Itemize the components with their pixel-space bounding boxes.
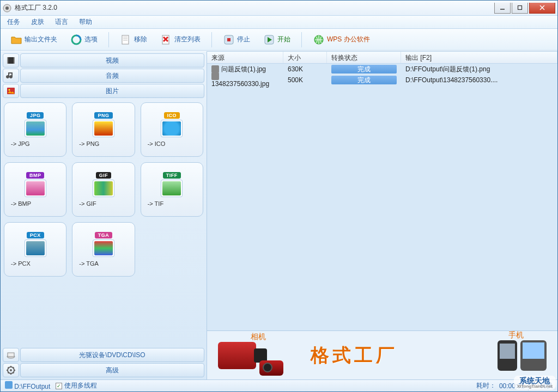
header-status[interactable]: 转换状态 (327, 52, 401, 63)
main-area: 视频 音频 图片 JPG-> JPGPNG-> PNGICO-> ICOBMP-… (1, 51, 557, 379)
image-category-icon (3, 84, 19, 98)
watermark: 系统天地 XiTongTianDi.net (514, 376, 556, 390)
options-button[interactable]: 选项 (66, 32, 102, 47)
menu-task[interactable]: 任务 (7, 17, 20, 27)
format-tile-gif[interactable]: GIF-> GIF (72, 162, 135, 217)
format-badge: TIFF (163, 172, 181, 179)
menu-help[interactable]: 帮助 (79, 17, 92, 27)
format-thumb (161, 120, 183, 137)
svg-rect-20 (7, 57, 8, 64)
stop-label: 停止 (237, 35, 250, 44)
format-tile-jpg[interactable]: JPG-> JPG (4, 102, 66, 157)
list-body[interactable]: 问题反馈(1).jpg630K完成D:\FFOutput\问题反馈(1).png… (207, 64, 557, 330)
minimize-button[interactable] (494, 3, 511, 14)
format-tile-tiff[interactable]: TIFF-> TIF (141, 162, 203, 217)
table-row[interactable]: 1348237560330.jpg500K完成D:\FFOutput\13482… (207, 75, 557, 85)
toolbar-separator (108, 32, 109, 47)
svg-point-1 (5, 7, 9, 10)
maximize-button[interactable] (512, 3, 528, 14)
svg-rect-7 (122, 35, 129, 44)
menu-skin[interactable]: 皮肤 (31, 17, 44, 27)
format-tile-bmp[interactable]: BMP-> BMP (4, 162, 66, 217)
list-header: 来源 大小 转换状态 输出 [F2] (207, 52, 557, 64)
wps-label: WPS 办公软件 (327, 35, 370, 44)
category-video[interactable]: 视频 (20, 53, 204, 68)
banner-title: 格式工厂 (311, 343, 398, 368)
svg-rect-25 (8, 353, 14, 357)
titlebar[interactable]: 格式工厂 3.2.0 (1, 1, 557, 16)
smartphone-icon (498, 340, 517, 371)
banner-camera-label: 相机 (251, 332, 266, 342)
advanced-category-icon (3, 363, 19, 377)
sidebar: 视频 音频 图片 JPG-> JPGPNG-> PNGICO-> ICOBMP-… (1, 51, 207, 379)
cell-source: 1348237560330.jpg (211, 80, 269, 88)
audio-category-icon (3, 69, 19, 83)
file-icon (211, 72, 219, 80)
header-output[interactable]: 输出 [F2] (401, 52, 557, 63)
banner-phone-label: 手机 (508, 330, 524, 340)
format-label: -> TIF (143, 200, 201, 207)
status-pill: 完成 (331, 76, 397, 84)
camcorder-icon (218, 342, 256, 369)
format-thumb (25, 180, 46, 197)
format-label: -> TGA (75, 260, 132, 267)
folder-small-icon (5, 381, 13, 389)
globe-icon (313, 34, 325, 46)
format-tile-ico[interactable]: ICO-> ICO (141, 102, 203, 157)
elapsed-label: 耗时： (476, 381, 496, 390)
toolbar: 输出文件夹 选项 移除 清空列表 停止 开始 WPS 办公软件 (1, 29, 557, 51)
menu-language[interactable]: 语言 (55, 17, 68, 27)
menubar: 任务 皮肤 语言 帮助 (1, 16, 557, 29)
header-size[interactable]: 大小 (283, 52, 327, 63)
format-tile-pcx[interactable]: PCX-> PCX (4, 222, 66, 277)
remove-icon (120, 34, 132, 46)
svg-rect-19 (7, 57, 15, 64)
content-area: 来源 大小 转换状态 输出 [F2] 问题反馈(1).jpg630K完成D:\F… (207, 51, 557, 379)
clear-list-button[interactable]: 清空列表 (156, 32, 205, 47)
format-thumb (25, 240, 46, 257)
camera-icon (259, 360, 283, 376)
title-text: 格式工厂 3.2.0 (15, 3, 494, 13)
banner: 相机 格式工厂 手机 (207, 330, 557, 379)
category-audio[interactable]: 音频 (20, 69, 204, 83)
multithread-label: 使用多线程 (64, 381, 97, 390)
remove-label: 移除 (134, 35, 147, 44)
start-button[interactable]: 开始 (259, 32, 295, 47)
format-label: -> GIF (75, 200, 132, 207)
format-badge: ICO (164, 112, 180, 119)
format-badge: BMP (26, 172, 45, 179)
format-tile-tga[interactable]: TGA-> TGA (72, 222, 135, 277)
toolbar-separator (301, 32, 302, 47)
category-advanced[interactable]: 高级 (20, 363, 204, 377)
clear-icon (160, 34, 172, 46)
format-tile-png[interactable]: PNG-> PNG (72, 102, 135, 157)
category-image[interactable]: 图片 (20, 84, 204, 98)
wps-button[interactable]: WPS 办公软件 (308, 32, 374, 47)
cell-output: D:\FFOutput\问题反馈(1).png (401, 64, 557, 76)
video-category-icon (3, 53, 19, 68)
format-label: -> BMP (7, 200, 64, 207)
svg-rect-3 (518, 6, 522, 10)
format-badge: GIF (96, 172, 112, 179)
close-button[interactable] (529, 3, 555, 14)
start-label: 开始 (277, 35, 290, 44)
format-grid: JPG-> JPGPNG-> PNGICO-> ICOBMP-> BMPGIF-… (3, 99, 204, 347)
multithread-checkbox[interactable]: ✓ (56, 383, 62, 389)
svg-rect-15 (227, 38, 231, 41)
toolbar-separator (211, 32, 212, 47)
format-label: -> PNG (75, 140, 132, 147)
start-icon (263, 34, 275, 46)
format-thumb (93, 180, 114, 197)
svg-point-23 (9, 89, 10, 91)
stop-button[interactable]: 停止 (219, 32, 254, 47)
output-path[interactable]: D:\FFOutput (14, 383, 50, 390)
options-icon (70, 34, 82, 46)
statusbar: D:\FFOutput ✓ 使用多线程 耗时： 00:00:01 转换 (1, 379, 557, 391)
remove-button[interactable]: 移除 (116, 32, 151, 47)
format-badge: JPG (27, 112, 44, 119)
format-thumb (93, 240, 114, 257)
header-source[interactable]: 来源 (207, 52, 283, 63)
category-dvd[interactable]: 光驱设备\DVD\CD\ISO (20, 348, 204, 362)
stop-icon (223, 34, 235, 46)
output-folder-button[interactable]: 输出文件夹 (6, 32, 62, 47)
